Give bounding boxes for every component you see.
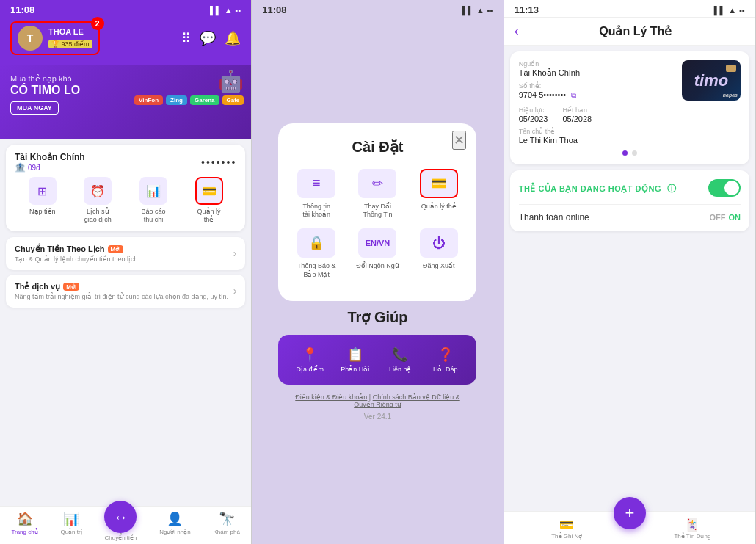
chip-zing: Zing	[166, 95, 187, 105]
chevron-right-icon: ›	[233, 247, 237, 259]
transfer-center-button[interactable]: ↔	[104, 501, 137, 533]
nap-tien-label: Nạp tiền	[29, 208, 56, 216]
the-tin-dung-tab[interactable]: 🃏 Thẻ Tín Dụng	[670, 518, 714, 540]
card-detail-section: Nguồn Tài Khoản Chính Số thẻ: 9704 5••••…	[510, 51, 749, 164]
chevron-right-icon-2: ›	[233, 285, 237, 297]
main-account-card: Tài Khoản Chính 🏦 09đ ••••••• ⊞ Nạp tiền…	[6, 145, 245, 231]
status-bar-3: 11:13 ▌▌ ▲ ▪▪	[504, 0, 755, 18]
user-name: THOA LE	[48, 27, 92, 36]
thong-tin-icon: ≡	[297, 169, 335, 198]
card-info-left: Nguồn Tài Khoản Chính Số thẻ: 9704 5••••…	[519, 60, 682, 100]
header-icons: ⠿ 💬 🔔	[181, 30, 241, 46]
thong-bao-icon: 🔒	[297, 228, 335, 258]
help-grid: 📍 Địa điểm 📋 Phản Hồi 📞 Liên hệ ❓ Hỏi Đá…	[278, 335, 476, 385]
nap-tien-icon: ⊞	[29, 177, 57, 205]
hoi-dap-label: Hỏi Đáp	[433, 366, 458, 373]
battery-icon-2: ▪▪	[487, 6, 493, 15]
the-dich-vu-promo[interactable]: Thẻ dịch vụ Mới Nâng tầm trải nghiệm giả…	[6, 275, 245, 308]
signal-icons-2: ▌▌ ▲ ▪▪	[462, 6, 493, 15]
action-lich-su[interactable]: ⏰ Lịch sửgiao dịch	[84, 177, 112, 224]
nav-nguoi-nhan-label: Người nhận	[159, 529, 191, 535]
the-tin-dung-label: Thẻ Tín Dụng	[674, 533, 710, 540]
account-balance: 🏦 09đ	[15, 162, 85, 173]
close-button[interactable]: ✕	[452, 131, 466, 150]
action-quan-ly-the[interactable]: 💳 Quản lýthẻ	[195, 177, 223, 224]
hoat-dong-text: HOẠT ĐỘNG	[608, 184, 661, 193]
location-icon: 📍	[302, 347, 318, 363]
help-hoi-dap[interactable]: ❓ Hỏi Đáp	[426, 347, 465, 373]
nav-nguoi-nhan[interactable]: 👤 Người nhận	[159, 511, 191, 541]
info-icon[interactable]: ⓘ	[667, 184, 677, 194]
notification-badge: 2	[91, 17, 104, 30]
chip-gate: Gate	[222, 95, 244, 105]
signal-icons: ▌▌ ▲ ▪▪	[210, 6, 241, 15]
nav-chuyen-tien-label: Chuyển tiền	[104, 534, 137, 541]
nav-kham-pha[interactable]: 🔭 Khám phá	[213, 511, 239, 541]
time: 11:08	[10, 4, 34, 15]
chat-icon[interactable]: 💬	[200, 30, 216, 46]
nav-kham-pha-label: Khám phá	[213, 529, 239, 535]
nav-trang-chu-label: Trang chủ	[11, 529, 37, 535]
person-icon: 👤	[167, 511, 183, 527]
home-screen: 11:08 ▌▌ ▲ ▪▪ T THOA LE 🏆 935 điểm 2 ⠿ 💬…	[0, 0, 252, 544]
help-section: Trợ Giúp 📍 Địa điểm 📋 Phản Hồi 📞 Liên hệ…	[278, 308, 476, 421]
lich-su-label: Lịch sửgiao dịch	[84, 208, 112, 224]
nav-quan-tri-label: Quản trị	[60, 529, 81, 535]
buy-now-button[interactable]: MUA NGAY	[10, 101, 59, 115]
help-dia-diem[interactable]: 📍 Địa điểm	[290, 347, 330, 373]
status-bar: 11:08 ▌▌ ▲ ▪▪	[0, 0, 251, 17]
ngon-ngu-label: Đổi Ngôn Ngữ	[356, 262, 399, 271]
nguon-label: Nguồn	[519, 60, 682, 68]
page-title: Quản Lý Thẻ	[526, 24, 745, 38]
add-card-fab[interactable]: +	[614, 497, 646, 529]
action-bao-cao[interactable]: 📊 Báo cáothu chi	[139, 177, 167, 224]
dang-xuat-icon: ⏻	[420, 228, 458, 258]
promo-banner: Mua thẻ nạp khó CÓ TIMO LO MUA NGAY 🤖 Vi…	[0, 65, 251, 139]
nav-quan-tri[interactable]: 📊 Quản trị	[60, 511, 81, 541]
copy-icon[interactable]: ⧉	[571, 91, 576, 99]
chip-list: VinFon Zing Garena Gate	[134, 95, 244, 105]
bottom-navigation: 🏠 Trang chủ 📊 Quản trị ↔ Chuyển tiền 👤 N…	[0, 506, 251, 544]
settings-overlay: ✕ Cài Đặt ≡ Thông tintài khoản ✏ Thay Đổ…	[252, 0, 503, 544]
settings-dang-xuat[interactable]: ⏻ Đăng Xuất	[412, 228, 465, 279]
nav-trang-chu[interactable]: 🏠 Trang chủ	[11, 511, 37, 541]
card-management-screen: 11:13 ▌▌ ▲ ▪▪ ‹ Quản Lý Thẻ Nguồn Tài Kh…	[504, 0, 756, 544]
hieu-luc-label: Hiệu lực:	[519, 106, 548, 114]
help-phan-hoi[interactable]: 📋 Phản Hồi	[335, 347, 375, 373]
signal-icons-3: ▌▌ ▲ ▪▪	[714, 6, 745, 15]
settings-quan-ly-the[interactable]: 💳 Quản lý thẻ	[412, 169, 465, 220]
lich-su-icon: ⏰	[84, 177, 112, 205]
help-title: Trợ Giúp	[278, 308, 476, 326]
settings-thong-tin[interactable]: ≡ Thông tintài khoản	[290, 169, 342, 220]
action-nap-tien[interactable]: ⊞ Nạp tiền	[29, 177, 57, 224]
settings-ngon-ngu[interactable]: EN/VN Đổi Ngôn Ngữ	[352, 228, 404, 279]
signal-icon-3: ▌▌	[714, 6, 726, 15]
time-3: 11:13	[515, 4, 539, 15]
off-on-toggle[interactable]: OFF ON	[709, 213, 741, 222]
card-status-toggle[interactable]	[708, 179, 741, 197]
chuyen-tien-promo[interactable]: Chuyển Tiền Theo Lịch Mới Tạo & Quản lý …	[6, 237, 245, 270]
chip-garena: Garena	[190, 95, 219, 105]
the-ghi-no-label: Thẻ Ghi Nợ	[551, 533, 582, 540]
the-dich-vu-title: Thẻ dịch vụ Mới	[15, 282, 228, 291]
settings-thong-bao[interactable]: 🔒 Thông Báo &Bảo Mật	[290, 228, 342, 279]
phone-icon: 📞	[392, 347, 408, 363]
signal-icon: ▌▌	[210, 6, 222, 15]
user-box[interactable]: T THOA LE 🏆 935 điểm 2	[10, 21, 100, 55]
bao-cao-label: Báo cáothu chi	[141, 208, 165, 224]
quan-ly-the-icon-2: 💳	[420, 169, 458, 198]
settings-thay-doi[interactable]: ✏ Thay ĐổiThông Tin	[352, 169, 404, 220]
qr-icon[interactable]: ⠿	[181, 30, 191, 46]
the-ghi-no-tab[interactable]: 💳 Thẻ Ghi Nợ	[545, 518, 589, 540]
thong-tin-label: Thông tintài khoản	[302, 203, 330, 220]
card-pagination-dots	[519, 150, 741, 156]
account-title: Tài Khoản Chính	[15, 152, 85, 162]
ten-chu-the-value: Le Thi Kim Thoa	[519, 136, 741, 145]
nav-chuyen-tien[interactable]: ↔ Chuyển tiền	[104, 511, 137, 541]
bell-icon[interactable]: 🔔	[225, 30, 241, 46]
help-lien-he[interactable]: 📞 Liên hệ	[380, 347, 420, 373]
back-button[interactable]: ‹	[515, 23, 519, 39]
status-label: THẺ CỦA BẠN ĐANG HOẠT ĐỘNG ⓘ	[519, 184, 676, 193]
feedback-icon: 📋	[347, 347, 363, 363]
quan-ly-the-label-2: Quản lý thẻ	[421, 203, 457, 211]
